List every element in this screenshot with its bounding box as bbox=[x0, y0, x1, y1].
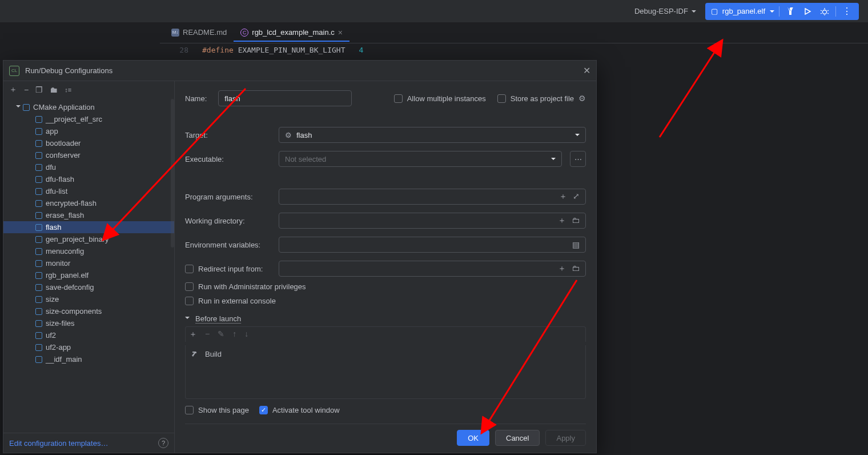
tree-item[interactable]: dfu bbox=[3, 161, 174, 173]
before-launch-section: Before launch ＋ − ✎ ↑ ↓ Build bbox=[185, 314, 586, 414]
edit-icon[interactable]: ✎ bbox=[218, 329, 224, 340]
dialog-body: ＋ − ❐ 🖿 ↕≡ CMake Application __project_e… bbox=[3, 81, 596, 453]
top-toolbar: Debug-ESP-IDF ▢ rgb_panel.elf ⋮ bbox=[0, 0, 868, 23]
redirect-checkbox[interactable]: Redirect input from: bbox=[185, 265, 271, 273]
tree-item[interactable]: rgb_panel.elf bbox=[3, 269, 174, 281]
program-args-input[interactable]: ＋⤢ bbox=[279, 189, 586, 205]
close-icon[interactable]: ✕ bbox=[583, 65, 590, 76]
edit-templates-link[interactable]: Edit configuration templates… bbox=[9, 439, 108, 448]
target-combo[interactable]: ⚙ flash bbox=[279, 127, 586, 143]
build-icon[interactable] bbox=[784, 5, 797, 18]
config-icon bbox=[35, 212, 42, 219]
cancel-button[interactable]: Cancel bbox=[495, 430, 540, 446]
apply-button[interactable]: Apply bbox=[545, 430, 586, 446]
config-tree[interactable]: CMake Application __project_elf_srcappbo… bbox=[3, 99, 174, 433]
tree-item[interactable]: size-components bbox=[3, 305, 174, 317]
more-icon[interactable]: ⋮ bbox=[841, 5, 853, 18]
folder-icon[interactable]: 🗀 bbox=[572, 215, 580, 226]
executable-combo[interactable]: Not selected bbox=[279, 151, 562, 167]
remove-icon[interactable]: − bbox=[205, 329, 210, 340]
expand-icon[interactable]: ⤢ bbox=[573, 191, 580, 202]
list-icon[interactable]: ▤ bbox=[572, 240, 580, 249]
tree-item[interactable]: bootloader bbox=[3, 137, 174, 149]
close-icon[interactable]: × bbox=[338, 28, 343, 37]
tree-item-label: save-defconfig bbox=[46, 283, 94, 292]
add-icon[interactable]: ＋ bbox=[558, 264, 566, 274]
tree-item[interactable]: size bbox=[3, 293, 174, 305]
tree-item[interactable]: app bbox=[3, 125, 174, 137]
env-vars-label: Environment variables: bbox=[185, 241, 271, 249]
config-type-icon bbox=[23, 104, 30, 111]
tree-item[interactable]: menuconfig bbox=[3, 245, 174, 257]
add-icon[interactable]: ＋ bbox=[189, 329, 197, 340]
copy-icon[interactable]: ❐ bbox=[35, 85, 43, 94]
tree-root[interactable]: CMake Application bbox=[3, 101, 174, 113]
add-icon[interactable]: ＋ bbox=[559, 191, 567, 202]
allow-multiple-checkbox[interactable]: Allow multiple instances bbox=[394, 94, 486, 103]
activate-tool-checkbox[interactable]: Activate tool window bbox=[259, 406, 340, 414]
sort-icon[interactable]: ↕≡ bbox=[65, 86, 71, 93]
run-target-chip[interactable]: ▢ rgb_panel.elf ⋮ bbox=[705, 3, 859, 20]
checkbox-icon bbox=[185, 265, 194, 273]
tree-item-label: dfu bbox=[46, 163, 56, 171]
build-config-selector[interactable]: Debug-ESP-IDF bbox=[630, 5, 701, 18]
help-icon[interactable]: ? bbox=[158, 438, 168, 448]
target-row: Target: ⚙ flash bbox=[185, 126, 586, 144]
gear-icon[interactable]: ⚙ bbox=[578, 94, 586, 103]
before-launch-header[interactable]: Before launch bbox=[185, 314, 586, 323]
working-dir-input[interactable]: ＋🗀 bbox=[279, 213, 586, 229]
admin-checkbox[interactable]: Run with Administrator privileges bbox=[185, 282, 586, 291]
tree-item[interactable]: uf2 bbox=[3, 329, 174, 341]
external-console-checkbox[interactable]: Run in external console bbox=[185, 297, 586, 305]
debug-icon[interactable] bbox=[818, 5, 831, 18]
tree-item[interactable]: erase_flash bbox=[3, 209, 174, 221]
config-icon bbox=[35, 320, 42, 327]
before-launch-toolbar: ＋ − ✎ ↑ ↓ bbox=[185, 326, 586, 342]
editor-tab[interactable]: M↓ README.md bbox=[164, 25, 234, 41]
store-as-project-checkbox[interactable]: Store as project file ⚙ bbox=[497, 94, 586, 103]
browse-button[interactable]: ⋯ bbox=[570, 151, 586, 167]
name-input[interactable]: flash bbox=[218, 90, 352, 106]
config-tree-pane: ＋ − ❐ 🖿 ↕≡ CMake Application __project_e… bbox=[3, 81, 175, 453]
down-icon[interactable]: ↓ bbox=[244, 329, 248, 340]
add-icon[interactable]: ＋ bbox=[558, 215, 566, 226]
tree-toolbar: ＋ − ❐ 🖿 ↕≡ bbox=[3, 81, 174, 99]
dialog-titlebar: CL Run/Debug Configurations ✕ bbox=[3, 61, 596, 81]
tree-item[interactable]: gen_project_binary bbox=[3, 233, 174, 245]
env-vars-input[interactable]: ▤ bbox=[279, 237, 586, 253]
tree-item[interactable]: flash bbox=[3, 221, 174, 233]
tree-item[interactable]: monitor bbox=[3, 257, 174, 269]
show-page-checkbox[interactable]: Show this page bbox=[185, 406, 249, 414]
before-launch-list[interactable]: Build bbox=[185, 345, 586, 399]
scrollbar-thumb[interactable] bbox=[171, 99, 174, 248]
tree-item-label: __project_elf_src bbox=[46, 115, 102, 123]
remove-icon[interactable]: − bbox=[24, 85, 29, 94]
add-icon[interactable]: ＋ bbox=[9, 85, 17, 95]
working-dir-row: Working directory: ＋🗀 bbox=[185, 211, 586, 230]
tree-item[interactable]: __idf_main bbox=[3, 353, 174, 365]
tree-item[interactable]: uf2-app bbox=[3, 341, 174, 353]
chevron-down-icon bbox=[770, 10, 774, 15]
folder-icon[interactable]: 🖿 bbox=[50, 85, 58, 94]
tree-item-label: __idf_main bbox=[46, 355, 82, 364]
run-icon[interactable] bbox=[801, 5, 814, 18]
tree-item[interactable]: __project_elf_src bbox=[3, 113, 174, 125]
ok-button[interactable]: OK bbox=[457, 430, 489, 446]
tree-item-label: erase_flash bbox=[46, 211, 84, 219]
target-icon: ▢ bbox=[711, 7, 718, 15]
folder-icon[interactable]: 🗀 bbox=[572, 264, 580, 274]
up-icon[interactable]: ↑ bbox=[232, 329, 236, 340]
tree-item[interactable]: save-defconfig bbox=[3, 281, 174, 293]
tree-footer: Edit configuration templates… ? bbox=[3, 433, 174, 453]
app-icon: CL bbox=[9, 66, 19, 76]
editor-tab[interactable]: C rgb_lcd_example_main.c × bbox=[234, 25, 349, 42]
redirect-input[interactable]: ＋🗀 bbox=[279, 261, 586, 277]
tree-item[interactable]: size-files bbox=[3, 317, 174, 329]
executable-row: Executable: Not selected ⋯ bbox=[185, 150, 586, 168]
tree-item[interactable]: encrypted-flash bbox=[3, 197, 174, 209]
config-icon bbox=[35, 284, 42, 291]
tree-item[interactable]: dfu-list bbox=[3, 185, 174, 197]
tree-item[interactable]: dfu-flash bbox=[3, 173, 174, 185]
tree-item[interactable]: confserver bbox=[3, 149, 174, 161]
config-icon bbox=[35, 344, 42, 351]
